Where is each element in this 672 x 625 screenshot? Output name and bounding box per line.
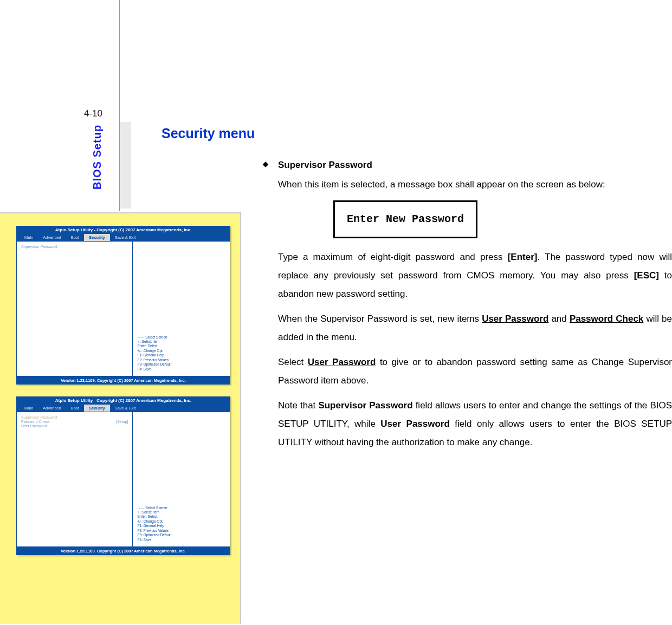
paragraph-4: Select User Password to give or to aband… (263, 353, 672, 390)
bios-footer: Version 1.23.1109. Copyright (C) 2007 Am… (16, 547, 230, 555)
bios-item-label: Password Check (21, 420, 50, 424)
message-box-enter-new-password: Enter New Password (333, 200, 477, 238)
bios-tab-boot[interactable]: Boot (66, 405, 84, 412)
bios-screenshot-area: Atpio Setup Utility - Copyright (C) 2007… (0, 212, 241, 624)
paragraph-5: Note that Supervisor Password field allo… (263, 396, 672, 452)
bios-body: Supervisor Password →←:Select Screen ↑↓:… (16, 241, 230, 376)
text: Type a maximum of eight-digit password a… (278, 252, 508, 262)
text: When the Supervisor Password is set, new… (278, 314, 482, 324)
section-side-label: BIOS Setup (91, 125, 104, 190)
bios-body: Supervisor Password Password Check [Setu… (16, 412, 230, 547)
vertical-divider (119, 0, 120, 211)
bios-window-2: Atpio Setup Utility - Copyright (C) 2007… (16, 396, 230, 555)
bios-item-label: User Password (21, 424, 47, 428)
bios-left-pane: Supervisor Password (17, 242, 133, 376)
bullet-supervisor-password: Supervisor Password (263, 156, 672, 174)
bios-tab-bar: Main Advanced Boot Security Save & Exit (16, 234, 230, 241)
bios-help-text: →←:Select Screen ↑↓:Select Item Enter: S… (137, 335, 171, 372)
bios-titlebar: Atpio Setup Utility - Copyright (C) 2007… (16, 226, 230, 234)
link-user-password-2: User Password (308, 357, 376, 367)
bold-supervisor-password: Supervisor Password (318, 400, 412, 411)
bios-tab-security[interactable]: Security (84, 234, 110, 241)
bios-tab-bar: Main Advanced Boot Security Save & Exit (16, 405, 230, 412)
text: Note that (278, 400, 318, 411)
bold-user-password: User Password (380, 419, 450, 429)
bios-right-pane: →←:Select Screen ↑↓:Select Item Enter: S… (133, 412, 230, 546)
sidebar-shade (120, 122, 131, 209)
intro-paragraph: When this item is selected, a message bo… (263, 175, 672, 194)
paragraph-3: When the Supervisor Password is set, new… (263, 310, 672, 347)
bios-window-1: Atpio Setup Utility - Copyright (C) 2007… (16, 226, 230, 385)
bios-item-password-check[interactable]: Password Check [Setup] (21, 420, 128, 424)
bios-item-label: Supervisor Password (21, 245, 57, 249)
bios-tab-security[interactable]: Security (84, 405, 110, 412)
bios-item-supervisor-password[interactable]: Supervisor Password (21, 415, 128, 419)
page-title: Security menu (161, 126, 255, 141)
bios-item-user-password[interactable]: User Password (21, 424, 128, 428)
bios-help-text: →←:Select Screen ↑↓:Select Item Enter: S… (137, 506, 171, 543)
text: Select (278, 357, 308, 367)
bios-tab-advanced[interactable]: Advanced (38, 234, 66, 241)
bios-tab-advanced[interactable]: Advanced (38, 405, 66, 412)
bios-left-pane: Supervisor Password Password Check [Setu… (17, 412, 133, 546)
link-password-check: Password Check (570, 314, 643, 324)
bios-item-value: [Setup] (116, 420, 128, 424)
bios-titlebar: Atpio Setup Utility - Copyright (C) 2007… (16, 396, 230, 405)
page-number: 4-10 (84, 108, 102, 119)
bios-footer: Version 1.23.1109. Copyright (C) 2007 Am… (16, 376, 230, 385)
bios-tab-main[interactable]: Main (20, 405, 38, 412)
bios-item-supervisor-password[interactable]: Supervisor Password (21, 245, 128, 249)
content-column: Supervisor Password When this item is se… (263, 156, 672, 458)
bios-item-label: Supervisor Password (21, 415, 57, 419)
kbd-enter: [Enter] (508, 252, 538, 262)
text: and (548, 314, 570, 324)
link-user-password: User Password (482, 314, 548, 324)
bios-tab-main[interactable]: Main (20, 234, 38, 241)
bios-tab-boot[interactable]: Boot (66, 234, 84, 241)
kbd-esc: [ESC] (634, 270, 659, 281)
bios-right-pane: →←:Select Screen ↑↓:Select Item Enter: S… (133, 242, 230, 376)
paragraph-2: Type a maximum of eight-digit password a… (263, 248, 672, 303)
bios-tab-save-exit[interactable]: Save & Exit (110, 234, 141, 241)
bios-tab-save-exit[interactable]: Save & Exit (110, 405, 141, 412)
